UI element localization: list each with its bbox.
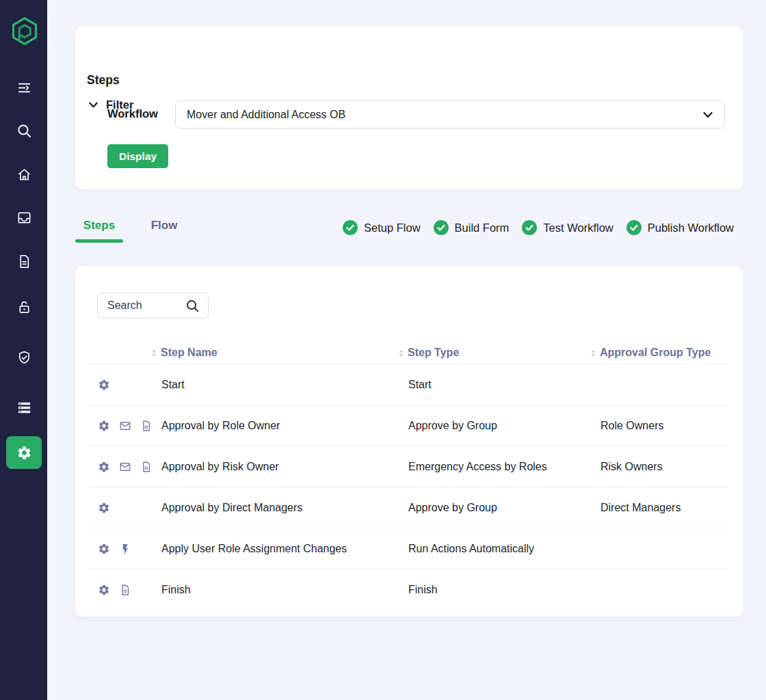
- steps-table-card: Step Name Step Type Approval Group Type …: [75, 266, 743, 617]
- gear-icon[interactable]: [98, 584, 110, 596]
- check-circle-icon: [434, 220, 449, 235]
- workflow-select[interactable]: Mover and Additional Access OB: [175, 100, 725, 129]
- workflow-select-value: Mover and Additional Access OB: [187, 109, 701, 121]
- gear-icon[interactable]: [98, 543, 110, 555]
- bolt-icon[interactable]: [119, 543, 131, 555]
- gear-icon[interactable]: [98, 461, 110, 473]
- step-type: Emergency Access by Roles: [408, 461, 600, 473]
- storage-icon: [16, 400, 32, 416]
- sidebar-item-compliance[interactable]: [10, 344, 38, 371]
- mail-icon[interactable]: [119, 461, 131, 473]
- hexagon-logo-icon: [10, 16, 40, 46]
- filter-card: Steps Filter Workflow Mover and Addition…: [75, 26, 743, 189]
- row-actions: [98, 379, 161, 391]
- approval-group-type: Risk Owners: [600, 461, 730, 473]
- table-row[interactable]: Approval by Risk Owner Emergency Access …: [89, 446, 730, 487]
- progress-label: Setup Flow: [364, 221, 421, 234]
- step-type: Approve by Group: [408, 502, 600, 514]
- search-box: [97, 293, 209, 319]
- sidebar-item-inbox[interactable]: [10, 204, 38, 231]
- tab-flow[interactable]: Flow: [144, 219, 185, 232]
- sidebar-item-menu-expand[interactable]: [10, 74, 38, 101]
- sidebar-item-settings[interactable]: [6, 436, 42, 469]
- sidebar-item-documents[interactable]: [10, 247, 38, 275]
- active-tab-underline: [75, 239, 123, 243]
- column-header-step-name[interactable]: Step Name: [151, 347, 398, 359]
- approval-group-type: Direct Managers: [600, 502, 730, 514]
- column-header-approval-group-type[interactable]: Approval Group Type: [590, 347, 730, 359]
- row-actions: [98, 584, 161, 596]
- row-actions: [98, 543, 161, 555]
- table-row[interactable]: Finish Finish: [89, 569, 730, 610]
- steps-table: Step Name Step Type Approval Group Type …: [89, 342, 730, 610]
- step-name: Approval by Direct Managers: [161, 502, 408, 514]
- step-name: Start: [161, 379, 408, 391]
- tab-row: Steps Flow Setup Flow Build Form Test Wo…: [75, 217, 743, 246]
- unlock-icon: [16, 299, 32, 315]
- sidebar-item-search[interactable]: [10, 117, 38, 144]
- step-type: Start: [408, 379, 600, 391]
- sort-icon: [151, 349, 157, 358]
- home-icon: [16, 167, 32, 183]
- table-row[interactable]: Approval by Role Owner Approve by Group …: [89, 405, 730, 446]
- tab-steps[interactable]: Steps: [75, 219, 123, 232]
- step-name: Approval by Role Owner: [161, 420, 408, 432]
- step-type: Approve by Group: [408, 420, 600, 432]
- table-row[interactable]: Approval by Direct Managers Approve by G…: [89, 487, 730, 528]
- workflow-progress: Setup Flow Build Form Test Workflow Publ…: [343, 217, 734, 238]
- document-icon[interactable]: [140, 461, 153, 473]
- page-title: Steps: [87, 73, 120, 88]
- step-name: Approval by Risk Owner: [161, 461, 408, 473]
- progress-label: Build Form: [455, 221, 510, 234]
- shield-check-icon: [16, 350, 32, 366]
- check-circle-icon: [343, 220, 358, 235]
- row-actions: [98, 502, 161, 514]
- sort-icon: [590, 349, 596, 358]
- progress-label: Test Workflow: [543, 221, 613, 234]
- progress-test-workflow: Test Workflow: [522, 220, 613, 235]
- menu-expand-icon: [16, 80, 32, 96]
- row-actions: [98, 461, 161, 473]
- display-button[interactable]: Display: [107, 144, 168, 168]
- sidebar-item-data[interactable]: [10, 394, 38, 421]
- progress-label: Publish Workflow: [648, 221, 734, 234]
- gear-icon[interactable]: [98, 379, 110, 391]
- progress-setup-flow: Setup Flow: [343, 220, 421, 235]
- chevron-down-icon: [87, 98, 100, 111]
- workflow-label: Workflow: [107, 107, 158, 120]
- inbox-icon: [16, 210, 32, 226]
- table-row[interactable]: Start Start: [89, 364, 730, 405]
- gear-icon[interactable]: [98, 420, 110, 432]
- search-input[interactable]: [107, 299, 185, 312]
- sidebar: [0, 0, 47, 700]
- table-row[interactable]: Apply User Role Assignment Changes Run A…: [89, 528, 730, 569]
- chevron-down-icon: [701, 108, 715, 122]
- mail-icon[interactable]: [119, 420, 131, 432]
- document-icon[interactable]: [140, 420, 153, 432]
- step-name: Finish: [161, 584, 408, 596]
- sidebar-item-access[interactable]: [10, 293, 38, 321]
- progress-publish-workflow: Publish Workflow: [626, 220, 734, 235]
- sort-icon: [398, 349, 404, 358]
- gear-icon: [16, 445, 32, 461]
- document-icon: [16, 254, 32, 269]
- gear-icon[interactable]: [98, 502, 110, 514]
- search-icon: [16, 123, 32, 139]
- progress-build-form: Build Form: [434, 220, 510, 235]
- document-icon[interactable]: [119, 584, 131, 596]
- table-header-row: Step Name Step Type Approval Group Type: [89, 342, 730, 364]
- approval-group-type: Role Owners: [600, 420, 730, 432]
- step-type: Finish: [408, 584, 600, 596]
- check-circle-icon: [626, 220, 642, 235]
- step-type: Run Actions Automatically: [408, 543, 600, 555]
- check-circle-icon: [522, 220, 537, 235]
- sidebar-item-home[interactable]: [10, 161, 38, 188]
- column-header-step-type[interactable]: Step Type: [398, 347, 590, 359]
- step-name: Apply User Role Assignment Changes: [161, 543, 408, 555]
- row-actions: [98, 420, 161, 432]
- search-icon[interactable]: [185, 299, 200, 313]
